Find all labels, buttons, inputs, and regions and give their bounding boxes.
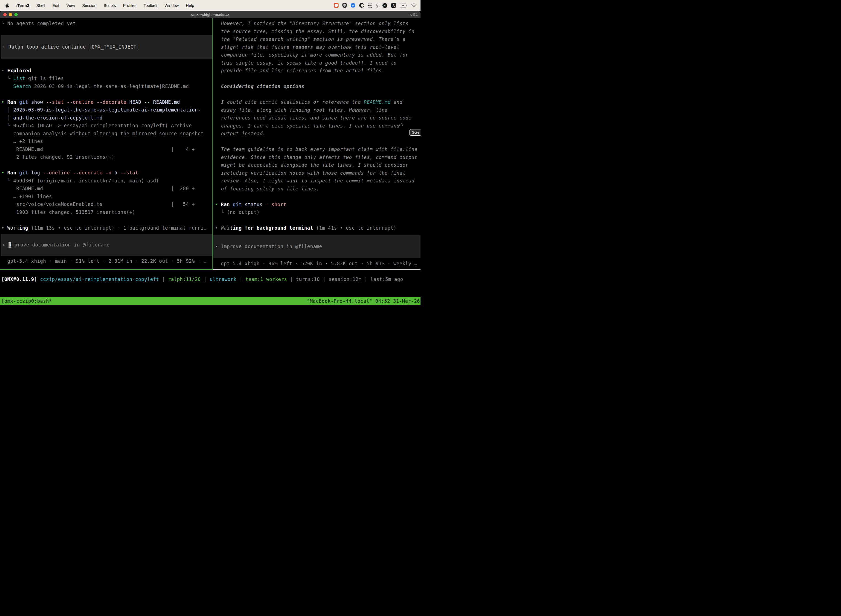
prompt-input-left[interactable]: › Improve documentation in @filename — [1, 234, 212, 256]
prompt-input-right[interactable]: › Improve documentation in @filename — [213, 235, 420, 258]
wifi-icon[interactable] — [411, 3, 417, 7]
tmux-session-label: [omx-cczip0:bash* — [1, 298, 52, 304]
dots-grid-icon[interactable] — [368, 3, 372, 8]
tmux-pane-left[interactable]: └ No agents completed yet › Ralph loop a… — [0, 18, 212, 269]
title-bar[interactable]: omx --xhigh --madmax ⌥⌘1 — [0, 11, 420, 18]
menu-session[interactable]: Session — [82, 3, 97, 8]
chat-app-icon[interactable] — [334, 3, 338, 8]
model-status-right: gpt-5.4 xhigh · 96% left · 520K in · 5.8… — [213, 260, 420, 268]
agent-transcript-left: • Explored └ List git ls-files Search 20… — [0, 67, 212, 232]
agent-transcript-right: However, I noticed the "Directory Struct… — [213, 20, 420, 232]
keypad-shield-icon[interactable] — [343, 3, 347, 8]
minimize-button[interactable] — [9, 13, 12, 16]
tmux-status-bar: [omx-cczip0:bash* "MacBook-Pro-44.local"… — [0, 297, 420, 305]
hotkey-indicator: ⌥⌘1 — [408, 12, 418, 16]
menu-view[interactable]: View — [66, 3, 75, 8]
battery-count-icon[interactable]: ..61 — [382, 3, 387, 8]
menu-profiles[interactable]: Profiles — [123, 3, 136, 8]
tmux-host-clock: "MacBook-Pro-44.local" 04:52 31-Mar-26 — [307, 298, 420, 304]
ralph-inject-box: › Ralph loop active continue [OMX_TMUX_I… — [1, 35, 212, 59]
menu-scripts[interactable]: Scripts — [104, 3, 116, 8]
zoom-button[interactable] — [14, 13, 18, 16]
screen-share-button[interactable]: Scre — [409, 129, 420, 136]
model-status-left: gpt-5.4 xhigh · main · 91% left · 2.31M … — [0, 257, 212, 265]
iterm-window: omx --xhigh --madmax ⌥⌘1 └ No agents com… — [0, 11, 420, 308]
window-title: omx --xhigh --madmax — [191, 12, 230, 16]
contrast-circle-icon[interactable] — [359, 3, 364, 8]
terminal: └ No agents completed yet › Ralph loop a… — [0, 18, 420, 308]
cursor-arrow-icon — [399, 123, 404, 128]
apple-menu-icon[interactable] — [5, 3, 9, 8]
menu-edit[interactable]: Edit — [53, 3, 59, 8]
letter-a-icon[interactable]: A — [391, 3, 396, 8]
menu-window[interactable]: Window — [164, 3, 179, 8]
menu-bar: iTerm2 Shell Edit View Session Scripts P… — [0, 0, 420, 11]
pane-divider-vertical[interactable] — [212, 18, 213, 270]
tmux-pane-right[interactable]: However, I noticed the "Directory Struct… — [213, 18, 420, 269]
agents-status: └ No agents completed yet — [0, 20, 212, 28]
menu-iterm2[interactable]: iTerm2 — [16, 3, 29, 8]
menu-shell[interactable]: Shell — [36, 3, 45, 8]
pane-border-bottom-left — [0, 269, 212, 270]
menu-help[interactable]: Help — [186, 3, 194, 8]
close-button[interactable] — [3, 13, 7, 16]
battery-icon[interactable] — [400, 4, 407, 7]
lightning-badge-icon[interactable] — [351, 3, 355, 8]
omx-status-line: [OMX#0.11.9] cczip/essay/ai-reimplementa… — [0, 276, 420, 283]
squiggle-icon[interactable]: § — [376, 3, 379, 9]
menu-toolbelt[interactable]: Toolbelt — [144, 3, 157, 8]
pane-border-bottom-right — [213, 269, 420, 270]
